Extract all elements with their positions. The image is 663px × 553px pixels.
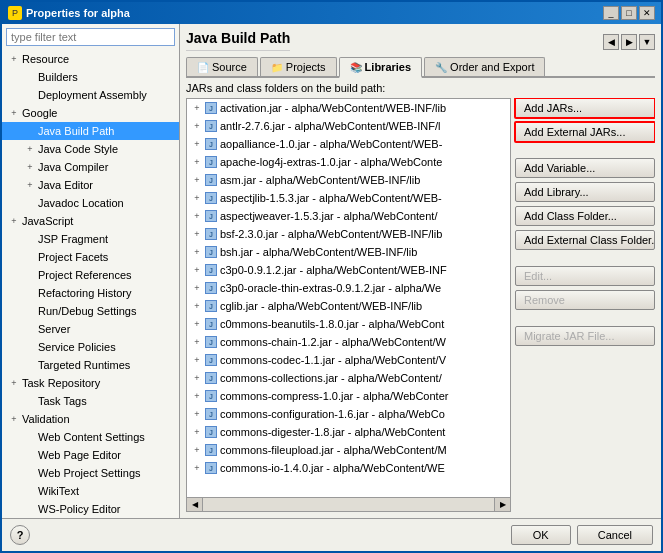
sidebar-item-project-facets[interactable]: Project Facets: [2, 248, 179, 266]
list-item[interactable]: + J commons-codec-1.1.jar - alpha/WebCon…: [187, 351, 510, 369]
add-jars-button[interactable]: Add JARs...: [514, 98, 655, 119]
remove-button[interactable]: Remove: [515, 290, 655, 310]
sidebar-item-java-build-path[interactable]: Java Build Path: [2, 122, 179, 140]
edit-button[interactable]: Edit...: [515, 266, 655, 286]
list-item[interactable]: + J commons-chain-1.2.jar - alpha/WebCon…: [187, 333, 510, 351]
jar-label: bsf-2.3.0.jar - alpha/WebContent/WEB-INF…: [220, 228, 442, 240]
expand-icon: [22, 321, 38, 337]
list-item[interactable]: + J c0mmons-beanutils-1.8.0.jar - alpha/…: [187, 315, 510, 333]
list-item[interactable]: + J asm.jar - alpha/WebContent/WEB-INF/l…: [187, 171, 510, 189]
list-item[interactable]: + J aopalliance-1.0.jar - alpha/WebConte…: [187, 135, 510, 153]
filter-input[interactable]: [6, 28, 175, 46]
sidebar-item-deployment-assembly[interactable]: Deployment Assembly: [2, 86, 179, 104]
add-library-button[interactable]: Add Library...: [515, 182, 655, 202]
list-item[interactable]: + J c3p0-oracle-thin-extras-0.9.1.2.jar …: [187, 279, 510, 297]
tab-libraries[interactable]: 📚 Libraries: [339, 57, 422, 78]
sidebar-item-validation[interactable]: + Validation: [2, 410, 179, 428]
expand-icon: +: [189, 316, 205, 332]
help-button[interactable]: ?: [10, 525, 30, 545]
sidebar-item-javascript[interactable]: + JavaScript: [2, 212, 179, 230]
tab-order-export[interactable]: 🔧 Order and Export: [424, 57, 545, 76]
tab-source[interactable]: 📄 Source: [186, 57, 258, 76]
jar-label: commons-digester-1.8.jar - alpha/WebCont…: [220, 426, 445, 438]
list-item[interactable]: + J commons-fileupload.jar - alpha/WebCo…: [187, 441, 510, 459]
sidebar-item-label: Task Repository: [22, 377, 100, 389]
list-item[interactable]: + J cglib.jar - alpha/WebContent/WEB-INF…: [187, 297, 510, 315]
list-item[interactable]: + J c3p0-0.9.1.2.jar - alpha/WebContent/…: [187, 261, 510, 279]
scroll-right-button[interactable]: ▶: [494, 498, 510, 511]
sidebar-item-wikitext[interactable]: WikiText: [2, 482, 179, 500]
jar-list[interactable]: + J activation.jar - alpha/WebContent/WE…: [186, 98, 511, 498]
list-item[interactable]: + J commons-collections.jar - alpha/WebC…: [187, 369, 510, 387]
sidebar-item-targeted-runtimes[interactable]: Targeted Runtimes: [2, 356, 179, 374]
sidebar-item-builders[interactable]: Builders: [2, 68, 179, 86]
list-item[interactable]: + J aspectjweaver-1.5.3.jar - alpha/WebC…: [187, 207, 510, 225]
sidebar-item-jsp-fragment[interactable]: JSP Fragment: [2, 230, 179, 248]
expand-icon: +: [189, 136, 205, 152]
expand-icon: [22, 87, 38, 103]
scroll-left-button[interactable]: ◀: [187, 498, 203, 511]
list-item[interactable]: + J bsf-2.3.0.jar - alpha/WebContent/WEB…: [187, 225, 510, 243]
jar-icon: J: [205, 282, 217, 294]
jar-label: commons-collections.jar - alpha/WebConte…: [220, 372, 442, 384]
sidebar-item-task-repository[interactable]: + Task Repository: [2, 374, 179, 392]
close-button[interactable]: ✕: [639, 6, 655, 20]
sidebar-item-web-project-settings[interactable]: Web Project Settings: [2, 464, 179, 482]
jar-label: activation.jar - alpha/WebContent/WEB-IN…: [220, 102, 446, 114]
tab-order-export-label: Order and Export: [450, 61, 534, 73]
sidebar-item-refactoring-history[interactable]: Refactoring History: [2, 284, 179, 302]
sidebar-item-resource[interactable]: + Resource: [2, 50, 179, 68]
sidebar-item-web-page-editor[interactable]: Web Page Editor: [2, 446, 179, 464]
dropdown-button[interactable]: ▼: [639, 34, 655, 50]
list-item[interactable]: + J bsh.jar - alpha/WebContent/WEB-INF/l…: [187, 243, 510, 261]
sidebar-item-ws-policy-editor[interactable]: WS-Policy Editor: [2, 500, 179, 518]
list-item[interactable]: + J commons-digester-1.8.jar - alpha/Web…: [187, 423, 510, 441]
expand-icon: +: [22, 141, 38, 157]
sidebar-item-web-content-settings[interactable]: Web Content Settings: [2, 428, 179, 446]
expand-icon: +: [6, 375, 22, 391]
sidebar-item-java-compiler[interactable]: + Java Compiler: [2, 158, 179, 176]
jar-icon: J: [205, 300, 217, 312]
sidebar-item-javadoc-location[interactable]: Javadoc Location: [2, 194, 179, 212]
cancel-button[interactable]: Cancel: [577, 525, 653, 545]
sidebar-item-java-editor[interactable]: + Java Editor: [2, 176, 179, 194]
sidebar-item-task-tags[interactable]: Task Tags: [2, 392, 179, 410]
jar-icon: J: [205, 426, 217, 438]
list-item[interactable]: + J aspectjlib-1.5.3.jar - alpha/WebCont…: [187, 189, 510, 207]
add-external-jars-button[interactable]: Add External JARs...: [514, 121, 655, 143]
list-item[interactable]: + J activation.jar - alpha/WebContent/WE…: [187, 99, 510, 117]
list-item[interactable]: + J antlr-2.7.6.jar - alpha/WebContent/W…: [187, 117, 510, 135]
jar-icon: J: [205, 354, 217, 366]
sidebar-item-google[interactable]: + Google: [2, 104, 179, 122]
add-external-class-folder-button[interactable]: Add External Class Folder...: [515, 230, 655, 250]
list-item[interactable]: + J commons-configuration-1.6.jar - alph…: [187, 405, 510, 423]
list-item[interactable]: + J commons-io-1.4.0.jar - alpha/WebCont…: [187, 459, 510, 477]
tab-libraries-label: Libraries: [365, 61, 411, 73]
back-button[interactable]: ◀: [603, 34, 619, 50]
horizontal-scrollbar[interactable]: ◀ ▶: [186, 498, 511, 512]
tab-bar: 📄 Source 📁 Projects 📚 Libraries 🔧 Order …: [186, 57, 655, 78]
list-item[interactable]: + J commons-compress-1.0.jar - alpha/Web…: [187, 387, 510, 405]
dialog-title: Properties for alpha: [26, 7, 130, 19]
sidebar-item-project-references[interactable]: Project References: [2, 266, 179, 284]
expand-icon: [22, 501, 38, 517]
jar-icon: J: [205, 372, 217, 384]
dialog-footer: ? OK Cancel: [2, 518, 661, 551]
sidebar-item-run-debug[interactable]: Run/Debug Settings: [2, 302, 179, 320]
jar-label: c3p0-0.9.1.2.jar - alpha/WebContent/WEB-…: [220, 264, 447, 276]
forward-button[interactable]: ▶: [621, 34, 637, 50]
tab-projects[interactable]: 📁 Projects: [260, 57, 337, 76]
maximize-button[interactable]: □: [621, 6, 637, 20]
minimize-button[interactable]: _: [603, 6, 619, 20]
expand-icon: +: [189, 352, 205, 368]
sidebar-item-service-policies[interactable]: Service Policies: [2, 338, 179, 356]
jar-label: commons-io-1.4.0.jar - alpha/WebContent/…: [220, 462, 445, 474]
migrate-jar-button[interactable]: Migrate JAR File...: [515, 326, 655, 346]
sidebar-item-server[interactable]: Server: [2, 320, 179, 338]
expand-icon: [22, 465, 38, 481]
add-class-folder-button[interactable]: Add Class Folder...: [515, 206, 655, 226]
add-variable-button[interactable]: Add Variable...: [515, 158, 655, 178]
sidebar-item-java-code-style[interactable]: + Java Code Style: [2, 140, 179, 158]
ok-button[interactable]: OK: [511, 525, 571, 545]
list-item[interactable]: + J apache-log4j-extras-1.0.jar - alpha/…: [187, 153, 510, 171]
